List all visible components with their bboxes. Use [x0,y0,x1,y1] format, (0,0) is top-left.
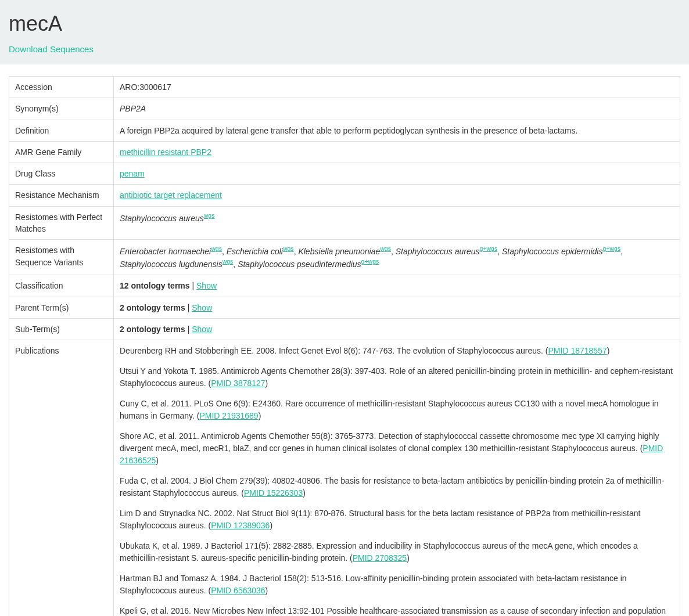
publication-text: Kpeli G, et al. 2016. New Microbes New I… [120,606,666,616]
publication-text: Utsui Y and Yokota T. 1985. Antimicrob A… [120,366,673,388]
value-classification: 12 ontology terms | Show [114,275,680,297]
publication-item: Cuny C, et al. 2011. PLoS One 6(9): E243… [120,398,674,422]
classification-count: 12 ontology terms [120,281,190,290]
value-accession: ARO:3000617 [114,77,680,98]
wgs-tag-link[interactable]: wgs [283,245,294,252]
row-sequence-variants: Resistomes with Sequence Variants Entero… [9,240,680,275]
row-parent-terms: Parent Term(s) 2 ontology terms | Show [9,297,680,318]
value-sub-terms: 2 ontology terms | Show [114,318,680,340]
value-publications: Deurenberg RH and Stobberingh EE. 2008. … [114,340,680,616]
value-amr-family: methicillin resistant PBP2 [114,141,680,163]
publication-text: Deurenberg RH and Stobberingh EE. 2008. … [120,346,548,355]
resistome-item: Staphylococcus epidermidis [502,247,603,256]
row-accession: Accession ARO:3000617 [9,77,680,98]
wgs-tag-link[interactable]: g+wgs [602,245,620,252]
resistance-mechanism-link[interactable]: antibiotic target replacement [120,190,222,200]
pmid-link[interactable]: PMID 21931689 [199,411,258,420]
pmid-link[interactable]: PMID 6563036 [211,586,265,595]
sub-terms-count: 2 ontology terms [120,325,185,334]
value-synonyms: PBP2A [114,98,680,120]
value-perfect-matches: Staphylococcus aureuswgs [114,206,680,240]
pmid-link[interactable]: PMID 18718557 [548,346,607,355]
publication-item: Fuda C, et al. 2004. J Biol Chem 279(39)… [120,475,674,499]
publication-item: Deurenberg RH and Stobberingh EE. 2008. … [120,345,674,357]
parent-terms-count: 2 ontology terms [120,303,185,312]
publication-text: Fuda C, et al. 2004. J Biol Chem 279(39)… [120,476,664,498]
publication-item: Ubukata K, et al. 1989. J Bacteriol 171(… [120,540,674,564]
resistome-item: Enterobacter hormaechei [120,247,211,256]
publication-text: Hartman BJ and Tomasz A. 1984. J Bacteri… [120,574,627,595]
publication-text: Shore AC, et al. 2011. Antimicrob Agents… [120,431,659,453]
row-resistance-mechanism: Resistance Mechanism antibiotic target r… [9,185,680,206]
label-drug-class: Drug Class [9,163,114,185]
label-synonyms: Synonym(s) [9,98,114,120]
sub-terms-show-link[interactable]: Show [192,325,212,334]
label-sub-terms: Sub-Term(s) [9,318,114,340]
value-drug-class: penam [114,163,680,185]
label-resistance-mechanism: Resistance Mechanism [9,185,114,206]
resistome-item: Staphylococcus aureus [120,213,204,222]
label-classification: Classification [9,275,114,297]
wgs-tag-link[interactable]: g+wgs [361,258,379,265]
row-sub-terms: Sub-Term(s) 2 ontology terms | Show [9,318,680,340]
wgs-tag-link[interactable]: wgs [223,258,234,265]
row-synonyms: Synonym(s) PBP2A [9,98,680,120]
label-sequence-variants: Resistomes with Sequence Variants [9,240,114,275]
pmid-link[interactable]: PMID 15226303 [244,488,303,498]
row-classification: Classification 12 ontology terms | Show [9,275,680,297]
value-resistance-mechanism: antibiotic target replacement [114,185,680,206]
drug-class-link[interactable]: penam [120,169,145,178]
label-amr-family: AMR Gene Family [9,141,114,163]
wgs-tag-link[interactable]: wgs [211,245,222,252]
details-table: Accession ARO:3000617 Synonym(s) PBP2A D… [9,76,680,616]
resistome-item: Staphylococcus aureus [396,247,480,256]
classification-show-link[interactable]: Show [196,281,217,290]
pmid-link[interactable]: PMID 2708325 [353,553,407,563]
content-area: Accession ARO:3000617 Synonym(s) PBP2A D… [0,64,689,616]
amr-family-link[interactable]: methicillin resistant PBP2 [120,147,211,157]
resistome-item: Escherichia coli [227,247,283,256]
row-perfect-matches: Resistomes with Perfect Matches Staphylo… [9,206,680,240]
publication-item: Lim D and Strynadka NC. 2002. Nat Struct… [120,507,674,532]
resistome-item: Staphylococcus lugdunensis [120,260,223,269]
row-definition: Definition A foreign PBP2a acquired by l… [9,120,680,141]
download-sequences-link[interactable]: Download Sequences [9,44,94,54]
page-header: mecA Download Sequences [0,0,689,64]
label-accession: Accession [9,77,114,98]
label-perfect-matches: Resistomes with Perfect Matches [9,206,114,240]
row-drug-class: Drug Class penam [9,163,680,185]
row-amr-family: AMR Gene Family methicillin resistant PB… [9,141,680,163]
wgs-tag-link[interactable]: wgs [204,212,215,219]
parent-terms-show-link[interactable]: Show [192,303,212,312]
value-sequence-variants: Enterobacter hormaecheiwgs, Escherichia … [114,240,680,275]
wgs-tag-link[interactable]: wgs [380,245,391,252]
value-definition: A foreign PBP2a acquired by lateral gene… [114,120,680,141]
pmid-link[interactable]: PMID 12389036 [211,521,270,530]
label-parent-terms: Parent Term(s) [9,297,114,318]
row-publications: Publications Deurenberg RH and Stobberin… [9,340,680,616]
resistome-item: Klebsiella pneumoniae [298,247,380,256]
value-parent-terms: 2 ontology terms | Show [114,297,680,318]
label-definition: Definition [9,120,114,141]
label-publications: Publications [9,340,114,616]
resistome-item: Staphylococcus pseudintermedius [238,260,361,269]
publication-item: Utsui Y and Yokota T. 1985. Antimicrob A… [120,365,674,390]
pmid-link[interactable]: PMID 3878127 [211,379,265,388]
publication-item: Kpeli G, et al. 2016. New Microbes New I… [120,605,674,616]
page-title: mecA [9,12,680,36]
wgs-tag-link[interactable]: g+wgs [480,245,498,252]
publication-item: Hartman BJ and Tomasz A. 1984. J Bacteri… [120,572,674,597]
publication-item: Shore AC, et al. 2011. Antimicrob Agents… [120,430,674,467]
publication-text: Lim D and Strynadka NC. 2002. Nat Struct… [120,509,640,530]
